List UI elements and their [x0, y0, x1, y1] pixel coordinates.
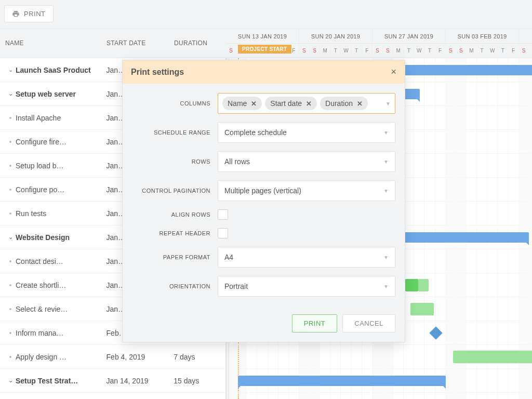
bullet-icon: •: [5, 114, 16, 122]
label-rows: ROWS: [132, 158, 218, 165]
task-name: Contact desi…: [16, 257, 63, 265]
bullet-icon: •: [5, 305, 16, 313]
task-start-date: Jan 14, 2019: [107, 377, 174, 385]
day-header-cell: M: [320, 44, 330, 58]
chevron-down-icon[interactable]: ⌄: [5, 66, 16, 73]
column-header-start[interactable]: START DATE: [107, 29, 174, 58]
task-name: Setup load b…: [16, 162, 64, 170]
tag-duration[interactable]: Duration✕: [320, 97, 368, 110]
modal-print-button[interactable]: PRINT: [292, 314, 338, 332]
day-header-cell: F: [435, 44, 446, 58]
bullet-icon: •: [5, 185, 16, 194]
task-name: Apply design …: [16, 353, 66, 361]
day-header-cell: T: [352, 44, 362, 58]
schedule-range-select[interactable]: Complete schedule ▼: [218, 122, 395, 143]
project-start-badge: PROJECT START: [238, 45, 291, 54]
label-paper-format: PAPER FORMAT: [132, 254, 218, 260]
orientation-select[interactable]: Portrait ▼: [218, 276, 395, 297]
bullet-icon: •: [5, 353, 16, 361]
chevron-down-icon: ▼: [383, 284, 389, 289]
task-name: Create shortli…: [16, 281, 66, 289]
task-duration: 7 days: [174, 353, 225, 361]
rows-select[interactable]: All rows ▼: [218, 151, 395, 172]
milestone-diamond[interactable]: [429, 326, 442, 339]
print-button-label: PRINT: [24, 10, 46, 18]
chevron-down-icon: ▼: [383, 159, 389, 165]
day-header-cell: M: [393, 44, 404, 58]
chevron-down-icon[interactable]: ⌄: [5, 90, 16, 97]
day-header-cell: S: [299, 44, 310, 58]
align-rows-checkbox[interactable]: [218, 209, 228, 220]
task-name: Setup web server: [16, 90, 76, 98]
chevron-down-icon[interactable]: ▼: [385, 101, 391, 107]
task-name: Configure fire…: [16, 138, 66, 146]
bullet-icon: •: [5, 329, 16, 337]
gantt-row[interactable]: [226, 369, 532, 393]
day-header-cell: M: [467, 44, 477, 58]
day-header-cell: S: [383, 44, 393, 58]
task-name: Launch SaaS Product: [16, 66, 91, 74]
bullet-icon: •: [5, 162, 16, 170]
task-bar[interactable]: [453, 351, 532, 363]
paper-format-select[interactable]: A4 ▼: [218, 247, 395, 268]
column-header-duration[interactable]: DURATION: [174, 29, 226, 58]
day-header-cell: S: [519, 44, 529, 58]
print-icon: [12, 10, 20, 18]
task-name: Website Design: [16, 233, 70, 242]
label-repeat-header: REPEAT HEADER: [132, 230, 218, 236]
toolbar: PRINT: [0, 0, 532, 29]
day-header-cell: T: [404, 44, 414, 58]
tag-remove-icon[interactable]: ✕: [251, 100, 257, 108]
header-row: NAME START DATE DURATION SUN 13 JAN 2019…: [0, 29, 532, 58]
day-header-cell: S: [226, 44, 236, 58]
task-bar[interactable]: [410, 303, 434, 315]
summary-bar[interactable]: [238, 376, 446, 386]
tag-start-date[interactable]: Start date✕: [265, 97, 317, 110]
label-schedule-range: SCHEDULE RANGE: [132, 129, 218, 136]
chevron-down-icon[interactable]: ⌄: [5, 234, 16, 241]
task-name: Run tests: [16, 209, 46, 218]
tag-remove-icon[interactable]: ✕: [306, 100, 312, 108]
chevron-down-icon[interactable]: ⌄: [5, 377, 16, 384]
bullet-icon: •: [5, 138, 16, 146]
task-duration: 15 days: [174, 377, 225, 385]
task-row[interactable]: •Apply design …Feb 4, 20197 days: [0, 345, 225, 369]
week-header-cell: SUN 27 JAN 2019: [373, 29, 446, 43]
gantt-row[interactable]: [226, 345, 532, 369]
left-columns-header: NAME START DATE DURATION: [0, 29, 226, 58]
bullet-icon: •: [5, 281, 16, 289]
task-name: Setup Test Strat…: [16, 377, 78, 385]
day-header-cell: T: [477, 44, 487, 58]
day-header-cell: T: [330, 44, 341, 58]
task-bar[interactable]: [405, 279, 418, 291]
tag-remove-icon[interactable]: ✕: [357, 100, 363, 108]
label-orientation: ORIENTATION: [132, 283, 218, 289]
column-header-name[interactable]: NAME: [0, 29, 107, 58]
tag-name[interactable]: Name✕: [222, 97, 262, 110]
day-header-cell: S: [446, 44, 456, 58]
repeat-header-checkbox[interactable]: [218, 228, 228, 238]
bullet-icon: •: [5, 257, 16, 265]
day-header-cell: S: [310, 44, 320, 58]
day-header-cell: W: [414, 44, 424, 58]
chevron-down-icon: ▼: [383, 188, 389, 194]
week-header-cell: SUN 03 FEB 2019: [446, 29, 519, 43]
task-name: Inform mana…: [16, 329, 64, 337]
bullet-icon: •: [5, 209, 16, 218]
day-header-cell: T: [498, 44, 508, 58]
label-align-rows: ALIGN ROWS: [132, 211, 218, 218]
label-control-pagination: CONTROL PAGINATION: [132, 188, 218, 194]
week-header-cell: SUN 20 JAN 2019: [299, 29, 373, 43]
day-header-cell: S: [456, 44, 467, 58]
modal-cancel-button[interactable]: CANCEL: [342, 314, 395, 332]
print-button[interactable]: PRINT: [4, 5, 54, 22]
day-header-cell: W: [341, 44, 351, 58]
label-columns: COLUMNS: [132, 100, 218, 107]
control-pagination-select[interactable]: Multiple pages (vertical) ▼: [218, 180, 395, 201]
task-row[interactable]: ⌄Setup Test Strat…Jan 14, 201915 days: [0, 369, 225, 393]
day-header-cell: F: [508, 44, 518, 58]
task-start-date: Feb 4, 2019: [107, 353, 174, 361]
day-header-cell: S: [373, 44, 383, 58]
columns-tag-input[interactable]: Name✕ Start date✕ Duration✕ ▼: [218, 93, 395, 114]
close-icon[interactable]: ×: [391, 66, 396, 77]
